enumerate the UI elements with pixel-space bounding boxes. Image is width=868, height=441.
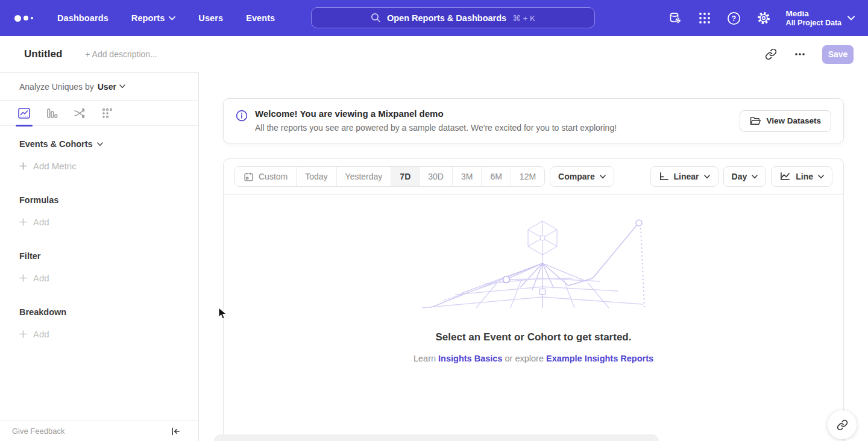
report-title[interactable]: Untitled <box>24 48 62 60</box>
empty-state: Select an Event or Cohort to get started… <box>224 216 843 363</box>
chevron-down-icon <box>704 175 710 179</box>
sidebar-footer: Give Feedback <box>0 421 198 441</box>
chevron-down-icon <box>818 175 824 179</box>
filter-section: Filter <box>19 251 179 261</box>
results-panel-peek <box>214 434 659 441</box>
chevron-down-icon <box>752 175 758 179</box>
tab-metrics-grid[interactable] <box>98 101 117 126</box>
analyze-row: Analyze Uniques by User <box>0 73 198 101</box>
analyze-label: Analyze Uniques by <box>19 82 94 92</box>
compare-dropdown[interactable]: Compare <box>550 166 614 187</box>
axis-scale-icon <box>659 172 669 181</box>
nav-item-users[interactable]: Users <box>198 13 223 23</box>
project-switcher[interactable]: Media All Project Data <box>786 8 855 28</box>
bar-chart-tab-icon <box>45 107 58 120</box>
empty-state-title: Select an Event or Cohort to get started… <box>224 331 843 343</box>
range-custom[interactable]: Custom <box>235 167 296 186</box>
breakdown-section: Breakdown <box>19 307 179 317</box>
apps-grid-icon[interactable] <box>697 11 712 25</box>
chart-toolbar: Custom Today Yesterday 7D 30D 3M 6M 12M … <box>224 159 843 195</box>
give-feedback-link[interactable]: Give Feedback <box>12 427 64 436</box>
add-formula-button[interactable]: Add <box>19 217 179 227</box>
range-yesterday[interactable]: Yesterday <box>336 167 391 186</box>
info-icon <box>236 110 248 124</box>
view-datasets-button[interactable]: View Datasets <box>740 110 831 132</box>
events-cohorts-section[interactable]: Events & Cohorts <box>19 139 179 149</box>
add-metric-button[interactable]: Add Metric <box>19 161 179 171</box>
more-options-icon[interactable] <box>793 48 807 61</box>
scale-dropdown[interactable]: Linear <box>650 166 719 187</box>
folder-icon <box>750 116 761 126</box>
query-sidebar: Analyze Uniques by User <box>0 72 199 441</box>
nav-item-dashboards[interactable]: Dashboards <box>57 13 108 23</box>
share-link-fab[interactable] <box>828 410 857 439</box>
metrics-grid-tab-icon <box>101 107 114 120</box>
range-3m[interactable]: 3M <box>452 167 481 186</box>
range-7d[interactable]: 7D <box>391 167 419 186</box>
visualization-tabs <box>0 101 198 126</box>
example-insights-reports-link[interactable]: Example Insights Reports <box>546 354 653 363</box>
project-scope: All Project Data <box>786 19 841 28</box>
insights-basics-link[interactable]: Insights Basics <box>438 354 502 363</box>
banner-title: Welcome! You are viewing a Mixpanel demo <box>255 108 617 119</box>
help-icon[interactable]: ? <box>727 11 741 25</box>
top-nav: Dashboards Reports Users Events Open Rep… <box>0 0 868 36</box>
report-header: Untitled + Add description... Save <box>0 36 868 72</box>
date-range-selector: Custom Today Yesterday 7D 30D 3M 6M 12M <box>234 166 545 187</box>
plus-icon <box>19 218 27 226</box>
report-card: Custom Today Yesterday 7D 30D 3M 6M 12M … <box>223 158 844 441</box>
report-description-placeholder[interactable]: + Add description... <box>85 49 157 59</box>
settings-gear-icon[interactable] <box>756 11 771 25</box>
chart-type-dropdown[interactable]: Line <box>771 166 832 187</box>
plus-icon <box>19 330 27 338</box>
chevron-down-icon <box>97 142 103 146</box>
plus-icon <box>19 162 27 170</box>
chevron-down-icon <box>600 175 606 179</box>
chevron-down-icon <box>848 16 855 20</box>
welcome-banner: Welcome! You are viewing a Mixpanel demo… <box>223 98 844 143</box>
main-content: Welcome! You are viewing a Mixpanel demo… <box>199 72 868 441</box>
range-30d[interactable]: 30D <box>419 167 452 186</box>
add-breakdown-button[interactable]: Add <box>19 329 179 339</box>
range-today[interactable]: Today <box>296 167 336 186</box>
copy-link-icon[interactable] <box>764 48 778 61</box>
nav-item-events[interactable]: Events <box>246 13 275 23</box>
empty-state-subtitle: Learn Insights Basics or explore Example… <box>224 354 843 363</box>
project-name: Media <box>786 8 841 19</box>
banner-subtitle: All the reports you see are powered by a… <box>255 123 617 133</box>
data-management-icon[interactable] <box>668 11 682 25</box>
collapse-sidebar-icon[interactable] <box>171 427 180 436</box>
save-button[interactable]: Save <box>822 45 854 64</box>
search-icon <box>371 13 381 23</box>
empty-state-illustration <box>419 216 648 310</box>
tab-bar-chart[interactable] <box>42 101 61 126</box>
range-6m[interactable]: 6M <box>481 167 510 186</box>
svg-text:?: ? <box>732 14 736 22</box>
analyze-unit-dropdown[interactable]: User <box>98 82 125 92</box>
line-chart-tab-icon <box>17 107 31 120</box>
tab-line-chart[interactable] <box>14 101 34 126</box>
search-label: Open Reports & Dashboards <box>387 13 506 23</box>
interval-dropdown[interactable]: Day <box>723 166 767 187</box>
search-shortcut: ⌘ + K <box>512 13 535 23</box>
link-icon <box>837 419 848 431</box>
mixpanel-logo[interactable] <box>14 15 33 22</box>
tab-flow[interactable] <box>70 101 89 126</box>
add-filter-button[interactable]: Add <box>19 273 179 283</box>
range-12m[interactable]: 12M <box>511 167 544 186</box>
line-chart-icon <box>779 172 791 181</box>
chevron-down-icon <box>169 16 175 20</box>
flow-tab-icon <box>73 107 86 120</box>
formulas-section: Formulas <box>19 195 179 205</box>
chevron-down-icon <box>119 84 125 89</box>
plus-icon <box>19 274 27 282</box>
global-search[interactable]: Open Reports & Dashboards ⌘ + K <box>311 7 595 28</box>
calendar-icon <box>244 172 254 182</box>
nav-item-reports[interactable]: Reports <box>131 13 176 23</box>
